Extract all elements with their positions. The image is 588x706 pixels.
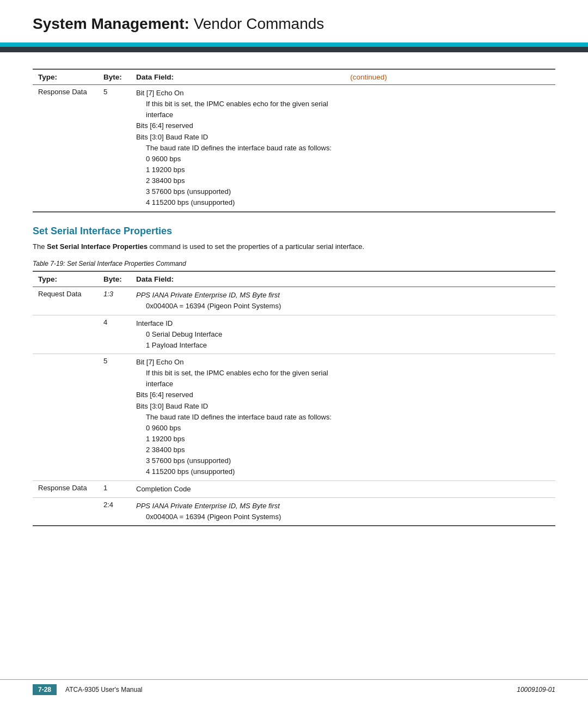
dark-bar — [0, 47, 588, 52]
col-header-byte: Byte: — [98, 69, 131, 85]
data-line: 3 57600 bps (unsupported) — [136, 186, 550, 197]
data-line: Interface ID — [136, 318, 550, 329]
col-header-data: Data Field: — [131, 69, 345, 85]
cell-type — [33, 315, 98, 354]
data-line: 0 9600 bps — [136, 423, 550, 434]
data-line: 4 115200 bps (unsupported) — [136, 466, 550, 477]
data-line: If this bit is set, the IPMC enables ech… — [136, 99, 550, 109]
data-line: 4 115200 bps (unsupported) — [136, 197, 550, 208]
cell-byte: 5 — [98, 85, 131, 212]
main-data-table: Type: Byte: Data Field: Request Data1:3P… — [33, 271, 555, 526]
data-line: Bits [6:4] reserved — [136, 389, 550, 400]
data-line: 1 Payload Interface — [136, 340, 550, 351]
cell-data: Bit [7] Echo OnIf this bit is set, the I… — [131, 354, 555, 481]
main-content: Type: Byte: Data Field: (continued) Resp… — [0, 52, 588, 561]
cell-byte: 4 — [98, 315, 131, 354]
data-line: 2 38400 bps — [136, 175, 550, 186]
table-row: Response Data1Completion Code — [33, 480, 555, 497]
table-caption: Table 7-19: Set Serial Interface Propert… — [33, 260, 555, 267]
cell-type: Response Data — [33, 480, 98, 497]
main-col-header-byte: Byte: — [98, 271, 131, 287]
table-row: 2:4PPS IANA Private Enterprise ID, MS By… — [33, 497, 555, 526]
cell-type — [33, 497, 98, 526]
data-line: interface — [136, 109, 550, 120]
section-heading: Set Serial Interface Properties — [33, 226, 555, 237]
data-line: 2 38400 bps — [136, 445, 550, 455]
data-line: Bits [6:4] reserved — [136, 120, 550, 131]
data-line: 0x00400A = 16394 (Pigeon Point Systems) — [136, 301, 550, 312]
cell-data: Interface ID0 Serial Debug Interface1 Pa… — [131, 315, 555, 354]
page-header: System Management: Vendor Commands — [0, 0, 588, 33]
main-col-header-data: Data Field: — [131, 271, 555, 287]
cell-data: Completion Code — [131, 480, 555, 497]
data-line: Bits [3:0] Baud Rate ID — [136, 401, 550, 412]
page-footer: 7-28 ATCA-9305 User's Manual 10009109-01 — [0, 679, 588, 695]
col-header-type: Type: — [33, 69, 98, 85]
table-row: 5Bit [7] Echo OnIf this bit is set, the … — [33, 354, 555, 481]
cell-data: PPS IANA Private Enterprise ID, MS Byte … — [131, 497, 555, 526]
cell-byte: 1:3 — [98, 287, 131, 315]
section-description: The Set Serial Interface Properties comm… — [33, 241, 555, 253]
table-row: Request Data1:3PPS IANA Private Enterpri… — [33, 287, 555, 315]
main-col-header-type: Type: — [33, 271, 98, 287]
data-line: The baud rate ID defines the interface b… — [136, 143, 550, 154]
col-header-continued: (continued) — [345, 69, 555, 85]
cell-type: Request Data — [33, 287, 98, 315]
footer-doc-number: 10009109-01 — [517, 686, 555, 693]
data-line: PPS IANA Private Enterprise ID, MS Byte … — [136, 501, 550, 512]
data-line: The baud rate ID defines the interface b… — [136, 412, 550, 423]
cell-byte: 2:4 — [98, 497, 131, 526]
data-line: Bit [7] Echo On — [136, 88, 550, 99]
table-row: 4Interface ID0 Serial Debug Interface1 P… — [33, 315, 555, 354]
data-line: 0 Serial Debug Interface — [136, 329, 550, 340]
continuation-table: Type: Byte: Data Field: (continued) Resp… — [33, 69, 555, 212]
cyan-bar — [0, 42, 588, 47]
data-line: Bit [7] Echo On — [136, 357, 550, 368]
data-line: Completion Code — [136, 484, 550, 495]
data-line: 0x00400A = 16394 (Pigeon Point Systems) — [136, 512, 550, 522]
data-line: If this bit is set, the IPMC enables ech… — [136, 368, 550, 379]
cell-data: PPS IANA Private Enterprise ID, MS Byte … — [131, 287, 555, 315]
cell-type: Response Data — [33, 85, 98, 212]
cell-byte: 5 — [98, 354, 131, 481]
data-line: Bits [3:0] Baud Rate ID — [136, 132, 550, 143]
page-title: System Management: Vendor Commands — [33, 15, 555, 33]
table-row: Response Data5Bit [7] Echo OnIf this bit… — [33, 85, 555, 212]
cell-byte: 1 — [98, 480, 131, 497]
data-line: 0 9600 bps — [136, 154, 550, 165]
footer-doc-title: ATCA-9305 User's Manual — [65, 686, 517, 693]
data-line: 1 19200 bps — [136, 165, 550, 175]
cell-type — [33, 354, 98, 481]
data-line: 1 19200 bps — [136, 434, 550, 445]
footer-page-number: 7-28 — [33, 684, 57, 695]
data-line: interface — [136, 379, 550, 389]
cell-data: Bit [7] Echo OnIf this bit is set, the I… — [131, 85, 555, 212]
data-line: 3 57600 bps (unsupported) — [136, 455, 550, 466]
data-line: PPS IANA Private Enterprise ID, MS Byte … — [136, 290, 550, 301]
